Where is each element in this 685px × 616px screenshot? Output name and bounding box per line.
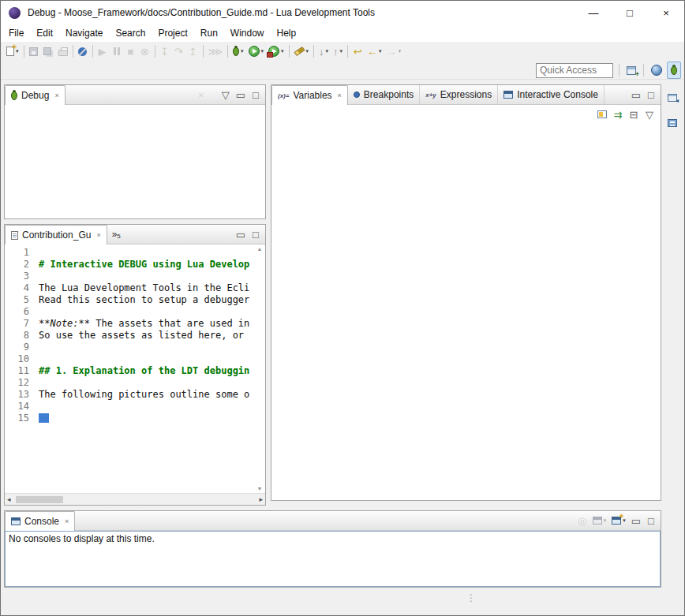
line-code: ## 1. Explanation of the LDT debuggin — [33, 365, 254, 377]
line-number[interactable]: 15 — [5, 413, 33, 424]
last-edit-location-icon[interactable]: ↩ — [350, 43, 365, 60]
tab-close-icon[interactable]: × — [96, 231, 100, 239]
variables-view-toolbar: ⇉⊟▽ — [271, 105, 661, 124]
tab-close-icon[interactable]: × — [65, 517, 69, 525]
editor-header-toolbar: ▭□ — [234, 225, 265, 244]
line-number[interactable]: 12 — [5, 377, 33, 389]
scroll-up-icon[interactable]: ▲ — [257, 246, 263, 252]
line-number[interactable]: 8 — [5, 330, 33, 342]
new-wizard-icon[interactable]: ▾ — [4, 43, 21, 60]
editor-vertical-scrollbar[interactable]: ▲ ▼ — [254, 245, 265, 493]
minimize-icon[interactable]: ▭ — [629, 512, 643, 529]
debug-view-body[interactable] — [5, 105, 265, 218]
line-number[interactable]: 4 — [5, 282, 33, 294]
menu-navigate[interactable]: Navigate — [59, 26, 109, 40]
minimize-icon[interactable]: ▭ — [234, 226, 248, 243]
editor-horizontal-scrollbar[interactable]: ◂ ▸ — [5, 493, 265, 505]
tab-variables[interactable]: (x)=Variables× — [271, 85, 348, 105]
editor-tab-overflow-chevron[interactable]: »5 — [107, 225, 125, 244]
line-number[interactable]: 2 — [5, 259, 33, 271]
tab-interactive-console[interactable]: Interactive Console — [498, 85, 605, 104]
tab-expressions[interactable]: x+yExpressions — [420, 85, 498, 104]
forward-dropdown[interactable]: ▾ — [399, 48, 402, 54]
restore-minimized-views-icon[interactable] — [665, 89, 679, 106]
view-menu-icon[interactable]: ▽ — [219, 86, 233, 103]
resume-icon: ▶ — [95, 43, 110, 60]
line-number[interactable]: 13 — [5, 389, 33, 401]
search-dropdown[interactable]: ▾ — [306, 48, 309, 54]
display-selected-console-dropdown[interactable]: ▾ — [604, 517, 607, 524]
maximize-icon[interactable]: □ — [249, 86, 263, 103]
console-view-body[interactable]: No consoles to display at this time. — [5, 531, 661, 587]
minimize-button[interactable]: — — [575, 1, 612, 24]
line-number[interactable]: 14 — [5, 401, 33, 413]
lua-perspective-button[interactable] — [649, 62, 664, 79]
tab-breakpoints[interactable]: Breakpoints — [348, 85, 420, 104]
close-button[interactable]: × — [648, 1, 684, 24]
next-annotation-icon[interactable]: ↓▾ — [316, 43, 331, 60]
variables-view-body[interactable] — [271, 124, 661, 500]
menu-file[interactable]: File — [2, 26, 30, 40]
editor-code-area[interactable]: 12# Interactive DEBUG using Lua Develop3… — [5, 245, 254, 493]
line-number[interactable]: 3 — [5, 271, 33, 282]
watch-expressions-icon[interactable]: ⇉ — [611, 106, 625, 123]
menu-edit[interactable]: Edit — [30, 26, 59, 40]
run-dropdown[interactable]: ▾ — [261, 48, 264, 54]
menu-search[interactable]: Search — [109, 26, 152, 40]
debug-icon[interactable]: ▾ — [230, 43, 246, 60]
minimize-icon[interactable]: ▭ — [629, 86, 643, 103]
line-number[interactable]: 6 — [5, 306, 33, 318]
menu-window[interactable]: Window — [224, 26, 271, 40]
show-logical-structure-icon[interactable] — [595, 106, 609, 123]
skip-all-breakpoints-icon[interactable] — [76, 43, 90, 60]
line-number[interactable]: 1 — [5, 247, 33, 259]
perspective-row — [1, 61, 684, 80]
search-icon[interactable]: ▾ — [292, 43, 312, 60]
scroll-left-icon[interactable]: ◂ — [7, 495, 11, 503]
view-menu-icon[interactable]: ▽ — [642, 106, 657, 123]
scroll-down-icon[interactable]: ▼ — [257, 486, 263, 491]
tab-console[interactable]: Console × — [5, 511, 75, 531]
tab-breakpoints-icon — [354, 91, 360, 98]
external-tools-dropdown[interactable]: ▾ — [281, 48, 284, 54]
scrollbar-thumb[interactable] — [16, 496, 63, 503]
tab-close-icon[interactable]: × — [54, 91, 58, 99]
menu-help[interactable]: Help — [271, 26, 303, 40]
external-tools-icon[interactable]: ▾ — [266, 43, 286, 60]
line-number[interactable]: 7 — [5, 318, 33, 330]
step-filters-icon: ⋙ — [206, 43, 226, 60]
back-icon[interactable]: ←▾ — [365, 43, 384, 60]
trim-drag-handle[interactable]: ⋮ — [466, 592, 475, 603]
debug-view-toolbar: ×▽▭□ — [194, 85, 265, 104]
minimized-view-icon[interactable] — [665, 114, 679, 132]
open-console-icon[interactable]: ▾ — [609, 512, 628, 529]
line-number[interactable]: 5 — [5, 294, 33, 306]
editor-line: 9 — [5, 342, 254, 353]
variables-tabs: (x)=Variables×Breakpointsx+yExpressionsI… — [271, 85, 605, 104]
menu-project[interactable]: Project — [152, 26, 193, 40]
minimize-icon[interactable]: ▭ — [234, 86, 248, 103]
line-number[interactable]: 11 — [5, 365, 33, 377]
menu-run[interactable]: Run — [194, 26, 224, 40]
tab-debug[interactable]: Debug × — [5, 85, 66, 105]
line-number[interactable]: 9 — [5, 342, 33, 353]
previous-annotation-icon[interactable]: ↑▾ — [331, 43, 345, 60]
debug-perspective-button[interactable] — [667, 62, 681, 79]
line-code — [33, 377, 254, 389]
collapse-all-icon[interactable]: ⊟ — [627, 106, 641, 123]
maximize-icon[interactable]: □ — [644, 512, 658, 529]
back-dropdown[interactable]: ▾ — [379, 48, 382, 54]
quick-access-input[interactable] — [536, 63, 613, 78]
previous-annotation-dropdown[interactable]: ▾ — [340, 48, 343, 54]
run-icon[interactable]: ▾ — [246, 43, 267, 60]
maximize-icon[interactable]: □ — [644, 86, 658, 103]
next-annotation-dropdown[interactable]: ▾ — [326, 48, 329, 54]
scroll-right-icon[interactable]: ▸ — [259, 495, 263, 503]
open-perspective-icon[interactable] — [624, 62, 638, 79]
line-number[interactable]: 10 — [5, 353, 33, 365]
tab-contribution-guide[interactable]: Contribution_Gu × — [5, 225, 107, 245]
debug-dropdown[interactable]: ▾ — [241, 48, 244, 54]
maximize-icon[interactable]: □ — [249, 226, 263, 243]
tab-close-icon[interactable]: × — [338, 91, 342, 99]
maximize-button[interactable]: □ — [612, 1, 648, 24]
